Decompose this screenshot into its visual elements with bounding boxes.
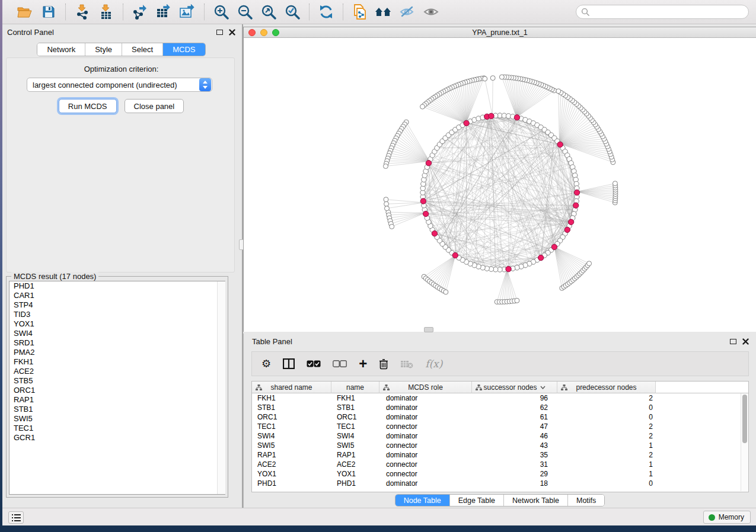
cell-name[interactable]: SWI5 <box>331 441 379 450</box>
mcds-result-item[interactable]: TEC1 <box>9 424 225 433</box>
mcds-result-item[interactable]: GCR1 <box>9 433 225 443</box>
cell-predecessor-nodes[interactable]: 0 <box>557 412 656 422</box>
run-mcds-button[interactable]: Run MCDS <box>59 99 117 113</box>
cell-successor-nodes[interactable]: 62 <box>472 403 557 412</box>
select-all-rows-button[interactable] <box>307 360 321 367</box>
float-panel-icon[interactable] <box>216 30 223 35</box>
cell-predecessor-nodes[interactable]: 1 <box>557 460 656 469</box>
table-row[interactable]: YOX1YOX1connector291 <box>252 469 748 479</box>
cell-predecessor-nodes[interactable]: 1 <box>557 469 656 479</box>
tab-mcds[interactable]: MCDS <box>163 43 205 56</box>
tab-node-table[interactable]: Node Table <box>395 495 450 506</box>
cell-name[interactable]: ACE2 <box>331 460 379 469</box>
mcds-result-item[interactable]: SWI4 <box>9 329 225 338</box>
cell-successor-nodes[interactable]: 47 <box>472 422 557 431</box>
table-row[interactable]: SWI5SWI5connector431 <box>252 441 748 450</box>
table-scrollbar-thumb[interactable] <box>742 395 747 443</box>
zoom-fit-button[interactable] <box>259 2 278 21</box>
float-panel-icon[interactable] <box>730 339 736 344</box>
import-table-button[interactable] <box>97 2 116 21</box>
duplicate-network-button[interactable] <box>350 2 369 21</box>
table-row[interactable]: RAP1RAP1dominator352 <box>252 450 748 460</box>
tab-style[interactable]: Style <box>85 43 122 56</box>
cell-successor-nodes[interactable]: 43 <box>472 441 557 450</box>
cell-name[interactable]: YOX1 <box>331 469 379 479</box>
close-panel-icon[interactable] <box>229 29 235 36</box>
mcds-result-item[interactable]: STP4 <box>9 300 225 310</box>
table-settings-button[interactable]: ⚙ <box>261 358 271 369</box>
column-header-name[interactable]: name <box>331 382 379 393</box>
tab-select[interactable]: Select <box>122 43 163 56</box>
column-header-successor-nodes[interactable]: successor nodes <box>472 382 557 393</box>
cell-predecessor-nodes[interactable]: 2 <box>557 431 656 441</box>
cell-shared-name[interactable]: RAP1 <box>252 450 331 460</box>
mcds-result-item[interactable]: YOX1 <box>9 319 225 329</box>
cell-mcds-role[interactable]: connector <box>379 469 472 479</box>
mcds-result-item[interactable]: PHD1 <box>9 281 225 291</box>
tab-motifs[interactable]: Motifs <box>568 495 604 506</box>
column-header-predecessor-nodes[interactable]: predecessor nodes <box>557 382 656 393</box>
create-column-button[interactable]: + <box>359 357 367 371</box>
cell-predecessor-nodes[interactable]: 2 <box>557 393 656 403</box>
cell-mcds-role[interactable]: connector <box>379 422 472 431</box>
table-row[interactable]: ORC1ORC1dominator610 <box>252 412 748 422</box>
hide-selected-button[interactable] <box>398 2 417 21</box>
mcds-result-scrollbar[interactable] <box>217 281 225 494</box>
column-header-mcds-role[interactable]: MCDS role <box>379 382 472 393</box>
cell-mcds-role[interactable]: dominator <box>379 450 472 460</box>
cell-predecessor-nodes[interactable]: 1 <box>557 441 656 450</box>
first-neighbors-button[interactable] <box>374 2 393 21</box>
mcds-result-item[interactable]: RAP1 <box>9 395 225 405</box>
mcds-result-item[interactable]: SRD1 <box>9 338 225 348</box>
cell-predecessor-nodes[interactable]: 0 <box>557 403 656 412</box>
cell-name[interactable]: TEC1 <box>331 422 379 431</box>
cell-shared-name[interactable]: FKH1 <box>252 393 331 403</box>
mcds-result-item[interactable]: SWI5 <box>9 414 225 424</box>
save-button[interactable] <box>39 2 58 21</box>
cell-name[interactable]: SWI4 <box>331 431 379 441</box>
export-table-button[interactable] <box>154 2 173 21</box>
zoom-out-button[interactable] <box>235 2 254 21</box>
cell-mcds-role[interactable]: connector <box>379 460 472 469</box>
cell-successor-nodes[interactable]: 18 <box>472 479 557 488</box>
cell-mcds-role[interactable]: dominator <box>379 479 472 488</box>
task-history-button[interactable] <box>8 511 24 524</box>
column-header-shared-name[interactable]: shared name <box>252 382 331 393</box>
cell-successor-nodes[interactable]: 61 <box>472 412 557 422</box>
cell-shared-name[interactable]: STB1 <box>252 403 331 412</box>
show-all-button[interactable] <box>422 2 441 21</box>
delete-column-button[interactable] <box>379 358 388 370</box>
cell-shared-name[interactable]: ACE2 <box>252 460 331 469</box>
function-builder-button[interactable]: f(x) <box>425 358 442 370</box>
cell-successor-nodes[interactable]: 29 <box>472 469 557 479</box>
search-box[interactable] <box>576 5 749 19</box>
cell-predecessor-nodes[interactable]: 2 <box>557 450 656 460</box>
cell-mcds-role[interactable]: connector <box>379 441 472 450</box>
mcds-result-item[interactable]: STB5 <box>9 376 225 386</box>
cell-successor-nodes[interactable]: 35 <box>472 450 557 460</box>
mcds-result-item[interactable]: CAR1 <box>9 291 225 300</box>
network-graph[interactable] <box>244 39 756 332</box>
export-image-button[interactable] <box>178 2 197 21</box>
cell-name[interactable]: PHD1 <box>331 479 379 488</box>
deselect-all-rows-button[interactable] <box>333 360 347 367</box>
mcds-result-item[interactable]: PMA2 <box>9 348 225 357</box>
cell-shared-name[interactable]: PHD1 <box>252 479 331 488</box>
table-row[interactable]: TEC1TEC1connector472 <box>252 422 748 431</box>
cell-mcds-role[interactable]: dominator <box>379 403 472 412</box>
cell-predecessor-nodes[interactable]: 0 <box>557 479 656 488</box>
mcds-result-item[interactable]: ACE2 <box>9 367 225 376</box>
cell-shared-name[interactable]: YOX1 <box>252 469 331 479</box>
cell-shared-name[interactable]: ORC1 <box>252 412 331 422</box>
cell-name[interactable]: ORC1 <box>331 412 379 422</box>
tab-edge-table[interactable]: Edge Table <box>450 495 504 506</box>
memory-button[interactable]: Memory <box>703 511 751 524</box>
horizontal-splitter-handle[interactable] <box>424 327 433 332</box>
close-panel-icon[interactable] <box>742 338 749 345</box>
cell-name[interactable]: STB1 <box>331 403 379 412</box>
cell-shared-name[interactable]: SWI4 <box>252 431 331 441</box>
cell-successor-nodes[interactable]: 96 <box>472 393 557 403</box>
import-network-button[interactable] <box>73 2 92 21</box>
mcds-result-item[interactable]: TID3 <box>9 310 225 319</box>
cell-predecessor-nodes[interactable]: 2 <box>557 422 656 431</box>
